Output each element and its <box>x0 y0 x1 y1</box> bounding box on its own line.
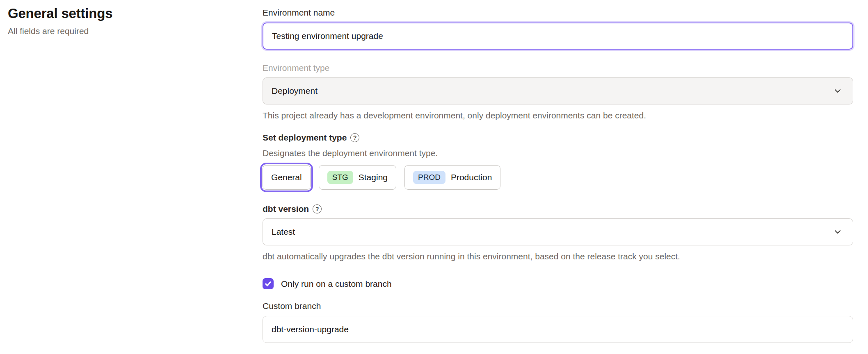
chevron-down-icon <box>833 227 842 236</box>
deployment-type-general-button[interactable]: General <box>263 165 311 190</box>
deployment-type-label-row: Set deployment type ? <box>263 132 853 144</box>
environment-type-value: Deployment <box>272 86 318 96</box>
environment-name-label: Environment name <box>263 7 853 19</box>
custom-branch-checkbox-label: Only run on a custom branch <box>281 279 392 289</box>
environment-name-input[interactable] <box>263 23 853 50</box>
checkmark-icon <box>265 280 272 287</box>
custom-branch-label: Custom branch <box>263 300 853 312</box>
deployment-type-staging-button[interactable]: STG Staging <box>319 165 396 190</box>
custom-branch-checkbox-row: Only run on a custom branch <box>263 278 853 289</box>
dbt-version-label: dbt version <box>263 203 309 215</box>
production-button-label: Production <box>451 172 492 182</box>
chevron-down-icon <box>833 86 842 95</box>
production-badge: PROD <box>413 171 445 184</box>
custom-branch-checkbox[interactable] <box>263 278 274 289</box>
page-title: General settings <box>8 6 246 21</box>
deployment-type-options: General STG Staging PROD Production <box>263 165 853 190</box>
dbt-version-select[interactable]: Latest <box>263 218 853 245</box>
deployment-type-production-button[interactable]: PROD Production <box>404 165 500 190</box>
help-icon[interactable]: ? <box>350 133 359 142</box>
dbt-version-value: Latest <box>272 227 295 237</box>
staging-badge: STG <box>327 171 353 184</box>
staging-button-label: Staging <box>359 172 388 182</box>
environment-type-label: Environment type <box>263 62 853 74</box>
deployment-type-helper: Designates the deployment environment ty… <box>263 147 853 159</box>
environment-settings-form: Environment name Environment type Deploy… <box>263 7 853 343</box>
dbt-version-label-row: dbt version ? <box>263 203 853 215</box>
page-header: General settings All fields are required <box>8 6 246 36</box>
general-button-label: General <box>271 172 302 182</box>
environment-type-select[interactable]: Deployment <box>263 77 853 104</box>
dbt-version-helper: dbt automatically upgrades the dbt versi… <box>263 250 853 263</box>
page-subtitle: All fields are required <box>8 26 246 36</box>
custom-branch-input[interactable] <box>263 316 853 343</box>
environment-type-helper: This project already has a development e… <box>263 109 853 122</box>
deployment-type-label: Set deployment type <box>263 132 347 144</box>
help-icon[interactable]: ? <box>313 204 322 213</box>
